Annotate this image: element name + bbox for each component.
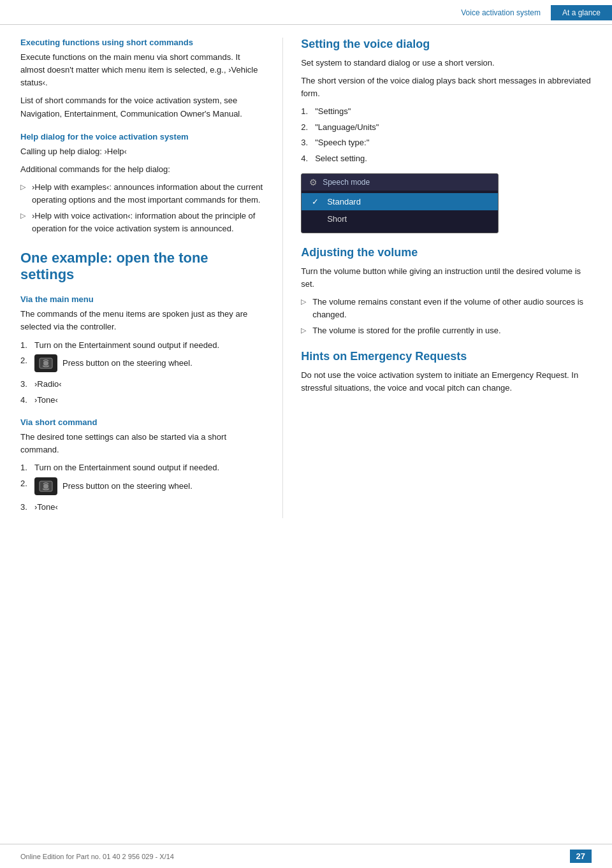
help-dialog-p1: Calling up help dialog: ›Help‹: [20, 145, 265, 158]
arrow-icon: ▷: [301, 325, 312, 336]
speech-mode-option-short: Short: [302, 210, 498, 228]
list-item: 1. "Settings": [301, 105, 592, 118]
step-content: ›Tone‹: [34, 394, 265, 407]
arrow-icon: ▷: [20, 182, 32, 192]
steps-voice-list: 1. "Settings" 2. "Language/Units" 3. "Sp…: [301, 105, 592, 164]
list-item: 4. ›Tone‹: [20, 394, 265, 407]
step-content: Turn on the Entertainment sound output i…: [34, 339, 265, 352]
arrow-icon: ▷: [301, 296, 312, 307]
executing-p2: List of short commands for the voice act…: [20, 94, 265, 120]
header-nav: Voice activation system At a glance: [451, 5, 612, 20]
setting-voice-dialog-p2: The short version of the voice dialog pl…: [301, 75, 592, 100]
help-bullet-2: ›Help with voice activation‹: informatio…: [32, 210, 265, 235]
step-number: 3.: [301, 136, 315, 149]
adjusting-volume-heading: Adjusting the volume: [301, 246, 592, 260]
step-number: 4.: [301, 152, 315, 165]
checkmark-icon: ✓: [312, 197, 322, 206]
volume-bullets-list: ▷ The volume remains constant even if th…: [301, 296, 592, 337]
list-item: 2. Press button on the steering wheel.: [20, 477, 265, 498]
step-number: 4.: [20, 394, 34, 407]
list-item: 2. "Language/Units": [301, 121, 592, 134]
step-btn-label: Press button on the steering wheel.: [62, 357, 193, 370]
list-item: ▷ The volume remains constant even if th…: [301, 296, 592, 321]
via-short-cmd-heading: Via short command: [20, 417, 265, 427]
steering-wheel-button-icon: [34, 354, 57, 372]
via-short-cmd-p: The desired tone settings can also be st…: [20, 431, 265, 456]
step-number: 2.: [301, 121, 315, 134]
step-content: Press button on the steering wheel.: [34, 354, 265, 375]
list-item: 3. ›Radio‹: [20, 378, 265, 391]
help-dialog-p2: Additional commands for the help dialog:: [20, 163, 265, 176]
via-main-menu-p: The commands of the menu items are spoke…: [20, 308, 265, 333]
speech-mode-standard-label: Standard: [327, 197, 361, 206]
via-main-menu-heading: Via the main menu: [20, 294, 265, 304]
page-footer: Online Edition for Part no. 01 40 2 956 …: [0, 844, 612, 868]
step-content: "Speech type:": [315, 136, 592, 149]
step-content: Press button on the steering wheel.: [34, 477, 265, 498]
speech-mode-screenshot: ⚙ Speech mode ✓ Standard Short: [301, 173, 499, 233]
setting-voice-dialog-p1: Set system to standard dialog or use a s…: [301, 57, 592, 69]
list-item: ▷ ›Help with examples‹: announces inform…: [20, 181, 265, 206]
hints-heading: Hints on Emergency Requests: [301, 350, 592, 364]
steps-short-list: 1. Turn on the Entertainment sound outpu…: [20, 461, 265, 513]
step-number: 1.: [20, 339, 34, 352]
step-content: ›Tone‹: [34, 501, 265, 514]
list-item: ▷ The volume is stored for the profile c…: [301, 324, 592, 337]
volume-bullet-2: The volume is stored for the profile cur…: [312, 324, 592, 337]
volume-bullet-1: The volume remains constant even if the …: [312, 296, 592, 321]
svg-point-3: [43, 484, 48, 489]
header-section-1: Voice activation system: [451, 5, 551, 20]
button-row: Press button on the steering wheel.: [34, 477, 265, 495]
list-item: 2. Press button on the steering wheel.: [20, 354, 265, 375]
footer-right: 27: [570, 850, 592, 863]
list-item: 1. Turn on the Entertainment sound outpu…: [20, 339, 265, 352]
setting-voice-dialog-heading: Setting the voice dialog: [301, 38, 592, 52]
list-item: 4. Select setting.: [301, 152, 592, 165]
header-section-2: At a glance: [551, 5, 612, 20]
adjusting-volume-p: Turn the volume button while giving an i…: [301, 265, 592, 291]
speech-mode-options: ✓ Standard Short: [302, 191, 498, 233]
page-number: 27: [570, 850, 592, 863]
step-content: Turn on the Entertainment sound output i…: [34, 461, 265, 474]
list-item: 3. ›Tone‹: [20, 501, 265, 514]
step-content: Select setting.: [315, 152, 592, 165]
help-bullet-1: ›Help with examples‹: announces informat…: [32, 181, 265, 206]
button-row: Press button on the steering wheel.: [34, 354, 265, 372]
step-content: "Settings": [315, 105, 592, 118]
page-header: Voice activation system At a glance: [0, 0, 612, 25]
list-item: 3. "Speech type:": [301, 136, 592, 149]
step-number: 1.: [20, 461, 34, 474]
speech-mode-short-label: Short: [327, 214, 347, 224]
speech-mode-icon: ⚙: [309, 177, 317, 187]
step-number: 2.: [20, 477, 34, 490]
svg-point-1: [43, 361, 48, 366]
arrow-icon: ▷: [20, 210, 32, 221]
step-content: ›Radio‹: [34, 378, 265, 391]
speech-mode-title-bar: ⚙ Speech mode: [302, 174, 498, 191]
left-column: Executing functions using short commands…: [20, 38, 283, 518]
list-item: ▷ ›Help with voice activation‹: informat…: [20, 210, 265, 235]
step-number: 1.: [301, 105, 315, 118]
step-number: 3.: [20, 501, 34, 514]
help-bullets-list: ▷ ›Help with examples‹: announces inform…: [20, 181, 265, 236]
right-column: Setting the voice dialog Set system to s…: [283, 38, 592, 518]
footer-text: Online Edition for Part no. 01 40 2 956 …: [20, 853, 174, 860]
speech-mode-title-text: Speech mode: [323, 178, 370, 187]
step-content: "Language/Units": [315, 121, 592, 134]
executing-heading: Executing functions using short commands: [20, 38, 265, 47]
speech-mode-option-standard: ✓ Standard: [302, 193, 498, 210]
step-number: 3.: [20, 378, 34, 391]
step-number: 2.: [20, 354, 34, 367]
tone-heading: One example: open the tone settings: [20, 250, 265, 284]
list-item: 1. Turn on the Entertainment sound outpu…: [20, 461, 265, 474]
steps-main-list: 1. Turn on the Entertainment sound outpu…: [20, 339, 265, 407]
help-dialog-heading: Help dialog for the voice activation sys…: [20, 132, 265, 141]
main-content: Executing functions using short commands…: [0, 25, 612, 531]
executing-p1: Execute functions on the main menu via s…: [20, 51, 265, 89]
steering-wheel-button-icon: [34, 477, 57, 495]
hints-p: Do not use the voice activation system t…: [301, 369, 592, 394]
step-btn-label: Press button on the steering wheel.: [62, 480, 193, 493]
